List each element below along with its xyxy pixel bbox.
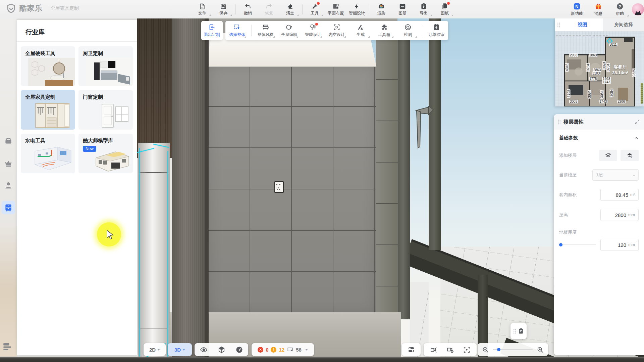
industry-card[interactable]: 全屋家具定制 <box>21 90 75 130</box>
toolbar-item[interactable]: 渲染 <box>372 3 390 16</box>
mode-3d-button[interactable]: 3D <box>168 343 192 356</box>
interior-area-input[interactable]: 89.45 m² <box>600 189 639 201</box>
logo[interactable]: 酷家乐 全屋家具定制 <box>6 3 79 13</box>
cube-view-icon[interactable] <box>218 346 225 354</box>
floor-thickness-slider[interactable] <box>559 244 596 245</box>
zoom-slider-knob[interactable] <box>497 348 500 351</box>
basic-params-section[interactable]: 基础参数 <box>559 135 639 141</box>
scene-wall-socket[interactable] <box>274 181 284 193</box>
scene-side-wall-tiles[interactable] <box>376 39 398 318</box>
tab-room-select[interactable]: 房间选择 <box>603 18 644 31</box>
floorplan-minimap[interactable]: 3811295328634345373439243734932528633103… <box>555 31 644 106</box>
rail-button[interactable] <box>2 156 15 170</box>
camera-settings-icon[interactable] <box>446 346 454 354</box>
sub-toolbar-item[interactable]: 内空设计 <box>327 24 346 38</box>
toolbar-item[interactable]: 文件 <box>193 3 211 16</box>
performance-gauge-icon[interactable] <box>235 346 243 354</box>
interior-area-row: 套内面积 89.45 m² <box>559 189 639 201</box>
scene-window-handle <box>415 106 437 149</box>
display-settings-button[interactable] <box>402 343 421 356</box>
toolbar-item[interactable]: 智能设计 <box>348 3 366 16</box>
focus-center-icon[interactable] <box>463 346 471 354</box>
toolbar-item[interactable] <box>369 4 369 14</box>
sub-toolbar-item[interactable]: 工具箱 <box>375 24 394 38</box>
toolbar-item[interactable] <box>302 4 303 14</box>
floor-thickness-input[interactable]: 120 mm <box>600 239 639 251</box>
visibility-icon[interactable] <box>200 346 208 354</box>
new-features-button[interactable]: N 新功能 <box>568 3 586 16</box>
toolbar-item[interactable]: 导出 <box>415 3 433 16</box>
toolbar-item[interactable]: 撤销 <box>239 3 257 16</box>
map-tabs: 视图 房间选择 <box>555 18 644 31</box>
toggles-icon <box>407 346 415 354</box>
zoom-out-icon[interactable] <box>482 346 489 353</box>
sub-toolbar-item[interactable]: 整体风格 <box>256 24 275 38</box>
issue-status-pill[interactable]: ✕ 0 ! 12 58 <box>252 343 314 356</box>
add-floor-row: 添加楼层 <box>559 150 639 161</box>
error-icon: ✕ <box>258 347 263 353</box>
sub-toolbar-item[interactable]: 选择整体 <box>227 24 247 38</box>
industry-card[interactable]: 门窗定制 <box>78 90 133 130</box>
user-avatar[interactable] <box>632 3 644 15</box>
industry-card[interactable]: 全屋硬装工具 <box>21 46 75 86</box>
industry-card[interactable]: 厨卫定制 <box>78 46 133 86</box>
mode-2d-button[interactable]: 2D <box>144 343 166 356</box>
floorplan-list-button[interactable] <box>2 341 13 353</box>
floor-properties-header[interactable]: 楼层属性 <box>554 114 644 130</box>
sub-toolbar-item[interactable] <box>251 25 252 36</box>
sub-toolbar-item[interactable]: 智能设计 <box>303 24 323 38</box>
camera-view-icon[interactable] <box>430 346 438 354</box>
drag-handle-icon[interactable] <box>555 18 562 31</box>
industry-card[interactable]: 酷大师模型库 New <box>78 134 133 173</box>
industry-card[interactable]: 水电工具 <box>21 134 75 173</box>
messages-button[interactable]: 消息 <box>589 3 608 16</box>
sub-toolbar-item[interactable]: 检测 <box>398 24 418 38</box>
toolbar-icon <box>354 3 360 10</box>
new-features-icon: N <box>573 3 581 10</box>
current-floor-select[interactable]: 1层 <box>592 169 639 181</box>
drag-handle-icon[interactable] <box>558 119 561 125</box>
chevron-down-icon <box>157 349 160 351</box>
toolbar-item[interactable]: 恢复 <box>260 3 278 16</box>
zoom-in-icon[interactable] <box>537 346 544 353</box>
zoom-slider[interactable] <box>493 349 533 350</box>
add-floor-below-button[interactable] <box>621 150 639 161</box>
toolbar-item[interactable]: 清空 <box>281 3 299 16</box>
toolbar-item[interactable] <box>235 4 236 14</box>
expand-icon[interactable] <box>635 119 640 125</box>
rail-button[interactable] <box>2 179 15 192</box>
add-floor-above-button[interactable] <box>599 150 617 161</box>
industry-library-panel: 行业库 全屋硬装工具 厨卫定制 全屋家具定制 <box>17 20 137 355</box>
rail-button[interactable] <box>2 134 15 148</box>
sub-toolbar-item[interactable] <box>422 25 422 36</box>
rail-button[interactable] <box>2 201 15 214</box>
scene-selected-cylinder[interactable] <box>138 143 170 360</box>
tab-view[interactable]: 视图 <box>562 18 603 31</box>
toolbar-item[interactable]: 平面布置 <box>327 3 345 16</box>
exit-customization-button[interactable]: 退出定制 <box>202 24 222 38</box>
scene-wood-pillar[interactable] <box>172 0 209 360</box>
red-dot-badge <box>447 2 450 5</box>
bottom-dark-strip <box>0 357 644 362</box>
sub-toolbar-item[interactable]: 全局编辑 <box>279 24 299 38</box>
scene-cylinder-seam <box>139 328 168 328</box>
kujiale-shield-icon <box>6 3 16 13</box>
toolbar-item[interactable]: 保存 <box>214 3 232 16</box>
toolbar-item[interactable]: 工具 <box>306 3 324 16</box>
help-button[interactable]: ? 帮助 <box>610 3 629 16</box>
scene-tiled-wall[interactable] <box>209 65 376 314</box>
sub-toolbar-item[interactable]: 订单提审 <box>427 24 446 38</box>
toolbar-icon <box>332 3 339 10</box>
toolbar-item[interactable]: 图纸 <box>436 3 454 16</box>
toolbar-item[interactable]: 图册 <box>393 3 412 16</box>
floor-height-row: 层高 2800 mm <box>559 209 639 221</box>
scene-window-mullion-left[interactable] <box>397 32 410 319</box>
rail-icon <box>4 159 13 168</box>
sub-toolbar-item[interactable]: 生成 <box>351 24 370 38</box>
floor-height-input[interactable]: 2800 mm <box>600 209 639 221</box>
topbar-right: N 新功能 消息 ? 帮助 <box>568 1 644 18</box>
order-clipboard-button[interactable] <box>511 323 527 339</box>
chevron-up-icon[interactable] <box>634 136 639 140</box>
warning-icon: ! <box>271 347 276 353</box>
minimap-scrollbar[interactable] <box>641 83 643 104</box>
